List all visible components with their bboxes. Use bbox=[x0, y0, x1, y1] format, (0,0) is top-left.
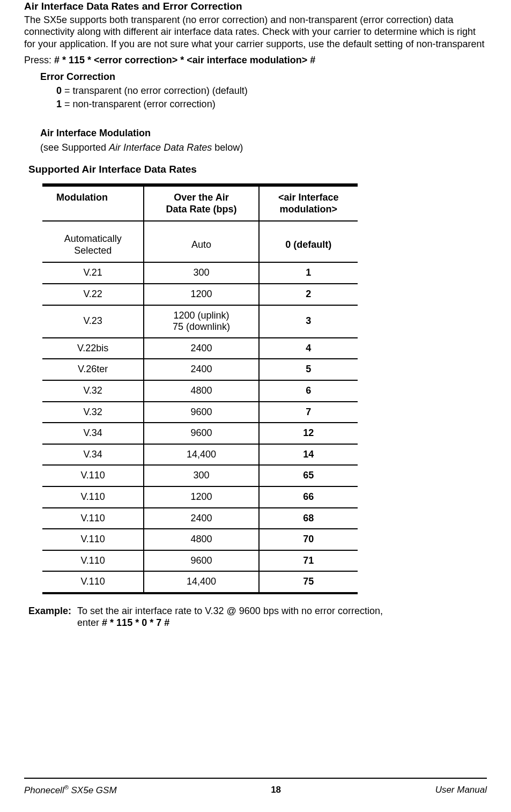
cell-air-interface: 65 bbox=[259, 465, 358, 486]
ec-option-0: 0 = transparent (no error correction) (d… bbox=[40, 85, 487, 97]
table-row: V.11014,40075 bbox=[42, 571, 358, 593]
table-row: V.3414,40014 bbox=[42, 444, 358, 466]
cell-data-rate: 4800 bbox=[144, 380, 258, 402]
cell-data-rate: 9600 bbox=[144, 550, 258, 572]
cell-modulation: V.110 bbox=[42, 571, 144, 593]
press-command: # * 115 * <error correction> * <air inte… bbox=[54, 55, 315, 65]
cell-modulation: V.21 bbox=[42, 262, 144, 284]
cell-data-rate: 1200 bbox=[144, 486, 258, 508]
table-header-row: Modulation Over the AirData Rate (bps) <… bbox=[42, 186, 358, 221]
table-row: V.110480070 bbox=[42, 529, 358, 550]
th-data-rate: Over the AirData Rate (bps) bbox=[144, 186, 258, 221]
rates-table: Modulation Over the AirData Rate (bps) <… bbox=[42, 183, 358, 594]
cell-modulation: V.34 bbox=[42, 423, 144, 444]
example-line2-pre: enter bbox=[77, 617, 102, 628]
example-label: Example: bbox=[28, 605, 71, 617]
error-correction-heading: Error Correction bbox=[40, 71, 487, 83]
cell-air-interface: 75 bbox=[259, 571, 358, 593]
cell-data-rate: 9600 bbox=[144, 402, 258, 423]
cell-air-interface: 5 bbox=[259, 359, 358, 380]
cell-data-rate: 1200 bbox=[144, 284, 258, 305]
cell-modulation: V.32 bbox=[42, 402, 144, 423]
table-row: AutomaticallySelectedAuto0 (default) bbox=[42, 221, 358, 262]
table-row: V.110240068 bbox=[42, 508, 358, 529]
example-line2-cmd: # * 115 * 0 * 7 # bbox=[102, 617, 169, 628]
cell-air-interface: 71 bbox=[259, 550, 358, 572]
cell-air-interface: 66 bbox=[259, 486, 358, 508]
cell-modulation: V.34 bbox=[42, 444, 144, 466]
section-title: Air Interface Data Rates and Error Corre… bbox=[24, 0, 487, 13]
footer-right: User Manual bbox=[435, 784, 487, 796]
intro-paragraph: The SX5e supports both transparent (no e… bbox=[24, 14, 487, 50]
table-row: V.26ter24005 bbox=[42, 359, 358, 380]
table-row: V.11030065 bbox=[42, 465, 358, 486]
press-line: Press: # * 115 * <error correction> * <a… bbox=[24, 54, 487, 67]
cell-data-rate: 4800 bbox=[144, 529, 258, 550]
cell-data-rate: 14,400 bbox=[144, 444, 258, 466]
cell-air-interface: 2 bbox=[259, 284, 358, 305]
aim-see-ital: Air Interface Data Rates bbox=[109, 142, 212, 153]
cell-air-interface: 68 bbox=[259, 508, 358, 529]
table-row: V.22bis24004 bbox=[42, 338, 358, 359]
cell-air-interface: 4 bbox=[259, 338, 358, 359]
aim-see-post: below) bbox=[212, 142, 243, 153]
cell-modulation: V.110 bbox=[42, 529, 144, 550]
cell-data-rate: 9600 bbox=[144, 423, 258, 444]
cell-data-rate: 1200 (uplink)75 (downlink) bbox=[144, 305, 258, 338]
cell-data-rate: 300 bbox=[144, 262, 258, 284]
table-row: V.3248006 bbox=[42, 380, 358, 402]
ec-text-0: = transparent (no error correction) (def… bbox=[62, 85, 248, 96]
table-row: V.213001 bbox=[42, 262, 358, 284]
cell-modulation: V.110 bbox=[42, 508, 144, 529]
aim-heading: Air Interface Modulation bbox=[40, 127, 487, 139]
ec-key-0: 0 bbox=[56, 85, 62, 96]
cell-modulation: V.110 bbox=[42, 550, 144, 572]
press-label: Press: bbox=[24, 55, 54, 65]
cell-data-rate: 14,400 bbox=[144, 571, 258, 593]
cell-modulation: AutomaticallySelected bbox=[42, 221, 144, 262]
cell-data-rate: 2400 bbox=[144, 338, 258, 359]
ec-option-1: 1 = non-transparent (error correction) bbox=[40, 98, 487, 110]
footer-left: Phonecell® SX5e GSM bbox=[24, 784, 117, 796]
ec-key-1: 1 bbox=[56, 99, 62, 109]
aim-see-line: (see Supported Air Interface Data Rates … bbox=[40, 142, 487, 154]
cell-air-interface: 14 bbox=[259, 444, 358, 466]
cell-data-rate: 2400 bbox=[144, 359, 258, 380]
aim-see-pre: (see Supported bbox=[40, 142, 109, 153]
table-row: V.3296007 bbox=[42, 402, 358, 423]
cell-air-interface: 3 bbox=[259, 305, 358, 338]
th-modulation: Modulation bbox=[42, 186, 144, 221]
ec-text-1: = non-transparent (error correction) bbox=[62, 99, 216, 109]
cell-air-interface: 12 bbox=[259, 423, 358, 444]
cell-modulation: V.23 bbox=[42, 305, 144, 338]
cell-air-interface: 70 bbox=[259, 529, 358, 550]
table-row: V.231200 (uplink)75 (downlink)3 bbox=[42, 305, 358, 338]
cell-air-interface: 1 bbox=[259, 262, 358, 284]
table-row: V.110960071 bbox=[42, 550, 358, 572]
cell-modulation: V.26ter bbox=[42, 359, 144, 380]
cell-air-interface: 7 bbox=[259, 402, 358, 423]
page-footer: Phonecell® SX5e GSM 18 User Manual bbox=[24, 778, 487, 796]
table-title: Supported Air Interface Data Rates bbox=[28, 163, 487, 176]
cell-modulation: V.32 bbox=[42, 380, 144, 402]
table-row: V.110120066 bbox=[42, 486, 358, 508]
cell-air-interface: 6 bbox=[259, 380, 358, 402]
cell-modulation: V.110 bbox=[42, 486, 144, 508]
footer-page-number: 18 bbox=[271, 784, 281, 796]
table-row: V.2212002 bbox=[42, 284, 358, 305]
cell-modulation: V.22 bbox=[42, 284, 144, 305]
example-block: Example: To set the air interface rate t… bbox=[28, 605, 487, 629]
cell-data-rate: 300 bbox=[144, 465, 258, 486]
th-air-interface: <air Interfacemodulation> bbox=[259, 186, 358, 221]
cell-modulation: V.22bis bbox=[42, 338, 144, 359]
table-row: V.34960012 bbox=[42, 423, 358, 444]
cell-data-rate: Auto bbox=[144, 221, 258, 262]
cell-air-interface: 0 (default) bbox=[259, 221, 358, 262]
cell-modulation: V.110 bbox=[42, 465, 144, 486]
cell-data-rate: 2400 bbox=[144, 508, 258, 529]
example-line1: To set the air interface rate to V.32 @ … bbox=[77, 606, 383, 616]
